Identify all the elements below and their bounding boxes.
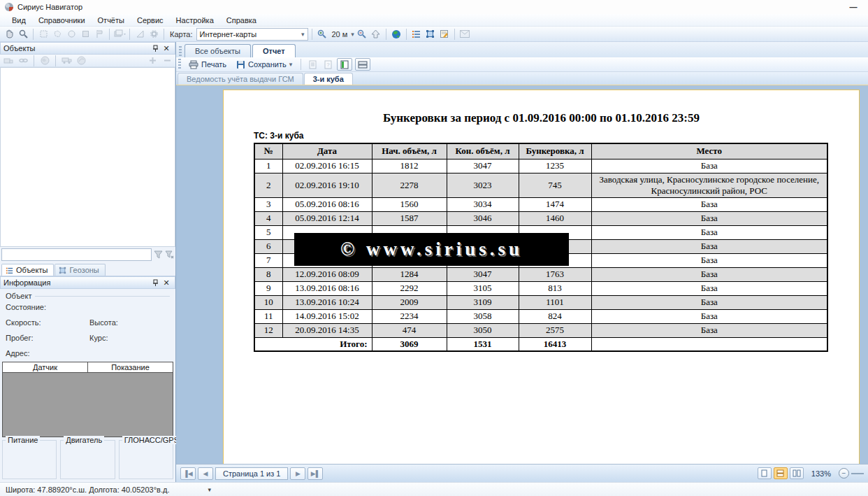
- tab-report[interactable]: Отчет: [252, 44, 296, 57]
- one-page-mode-button[interactable]: [758, 467, 772, 479]
- map-select[interactable]: Интернет-карты ▾: [196, 28, 308, 41]
- menu-item-2[interactable]: Отчёты: [92, 15, 131, 25]
- table-cell: 3: [254, 197, 282, 211]
- envelope-icon[interactable]: [458, 29, 471, 40]
- filter-input[interactable]: [1, 248, 152, 261]
- print-button-label: Печать: [201, 60, 226, 69]
- sensor-table-body[interactable]: [3, 373, 173, 437]
- zoom-slider[interactable]: [851, 473, 864, 474]
- globe-icon[interactable]: [390, 29, 403, 40]
- print-button[interactable]: Печать: [185, 59, 230, 70]
- menu-item-5[interactable]: Справка: [220, 15, 263, 25]
- track-icon[interactable]: [75, 55, 87, 66]
- gear-icon[interactable]: [147, 29, 160, 40]
- pin-icon[interactable]: [150, 278, 161, 288]
- menu-item-4[interactable]: Настройка: [170, 15, 220, 25]
- add-object-icon[interactable]: [2, 55, 15, 66]
- tab-geozones[interactable]: Геозоны: [55, 264, 105, 276]
- report-viewport[interactable]: Бункеровки за период с 01.09.2016 00:00 …: [176, 85, 868, 464]
- flag-icon[interactable]: [93, 29, 106, 40]
- zoom-in-icon[interactable]: [316, 29, 328, 40]
- close-icon[interactable]: ✕: [161, 278, 172, 288]
- single-page-view-button[interactable]: [337, 58, 352, 71]
- multi-page-mode-button[interactable]: [790, 467, 804, 479]
- clear-filter-icon[interactable]: [165, 250, 174, 259]
- select-polygon-icon[interactable]: [51, 29, 64, 40]
- grip-handle[interactable]: [178, 59, 181, 69]
- objects-tree[interactable]: [0, 67, 175, 247]
- next-page-button[interactable]: ▶: [290, 467, 305, 480]
- tab-all-objects[interactable]: Все объекты: [185, 44, 251, 57]
- table-cell: 3023: [447, 173, 519, 197]
- save-dropdown-icon[interactable]: ▾: [289, 61, 293, 68]
- geozone-icon[interactable]: [424, 29, 437, 40]
- statusbar-dropdown-icon[interactable]: ▾: [208, 486, 211, 493]
- save-button[interactable]: Сохранить ▾: [233, 59, 296, 70]
- table-cell: 3109: [447, 295, 519, 309]
- first-page-button[interactable]: ▐◀: [180, 467, 196, 480]
- expand-plus-icon[interactable]: [146, 55, 159, 66]
- pin-icon[interactable]: [150, 43, 161, 53]
- select-square-icon[interactable]: [79, 29, 92, 40]
- table-row: 913.09.2016 08:1622923105813База: [254, 281, 827, 295]
- table-cell: 3105: [447, 281, 519, 295]
- left-panel: Объекты ✕: [0, 42, 176, 482]
- link-objects-icon[interactable]: [17, 55, 29, 66]
- minimize-button[interactable]: —: [843, 3, 864, 11]
- app-icon: [4, 2, 14, 12]
- ruler-icon[interactable]: [133, 29, 146, 40]
- table-cell: 3047: [447, 159, 519, 173]
- home-arrow-icon[interactable]: [370, 29, 382, 40]
- zoom-select-icon[interactable]: [17, 29, 29, 40]
- state-label: Состояние:: [6, 303, 89, 311]
- vehicle-icon[interactable]: [60, 55, 73, 66]
- table-cell: 2292: [372, 281, 447, 295]
- page-setup-icon[interactable]: [306, 59, 319, 70]
- last-page-button[interactable]: ▶▌: [308, 467, 323, 480]
- list-icon[interactable]: [410, 29, 423, 40]
- filter-icon[interactable]: [154, 250, 163, 259]
- col-header-date: Дата: [282, 143, 372, 159]
- zoom-out-slider-button[interactable]: −: [839, 468, 849, 479]
- layers-icon[interactable]: [113, 29, 126, 40]
- table-cell: 6: [254, 239, 282, 253]
- collapse-minus-icon[interactable]: [161, 55, 173, 66]
- globe-gray-icon[interactable]: [38, 55, 51, 66]
- table-cell: 2009: [372, 295, 447, 309]
- edit-note-icon[interactable]: [438, 29, 451, 40]
- save-button-label: Сохранить: [248, 60, 287, 69]
- glonass-group-label: ГЛОНАСС/GPS: [122, 436, 181, 444]
- menu-item-0[interactable]: Вид: [6, 15, 32, 25]
- pan-hand-icon[interactable]: [3, 29, 15, 40]
- report-page: Бункеровки за период с 01.09.2016 00:00 …: [223, 90, 860, 464]
- table-cell: 2278: [372, 173, 447, 197]
- toolbar-separator: [55, 55, 56, 66]
- zoom-scale-caret-icon[interactable]: ▾: [351, 31, 354, 38]
- table-header-row: № Дата Нач. объём, л Кон. объём, л Бунке…: [254, 143, 827, 159]
- close-icon[interactable]: ✕: [161, 43, 172, 53]
- table-cell: 474: [372, 323, 447, 337]
- tab-fuel-sheet[interactable]: Ведомость учёта выдачи ГСМ: [178, 73, 303, 85]
- fit-width-mode-button[interactable]: [774, 467, 788, 479]
- menu-item-3[interactable]: Сервис: [131, 15, 170, 25]
- menu-item-1[interactable]: Справочники: [32, 15, 92, 25]
- continuous-view-button[interactable]: [355, 58, 370, 71]
- prev-page-button[interactable]: ◀: [198, 467, 213, 480]
- table-cell: База: [591, 159, 827, 173]
- main-area: Все объекты Отчет Печать Сохранить ▾ ?: [176, 42, 868, 482]
- table-cell: 1474: [519, 197, 591, 211]
- select-rect-icon[interactable]: [37, 29, 50, 40]
- table-cell: 1284: [372, 267, 447, 281]
- grip-handle[interactable]: [179, 46, 182, 56]
- tab-3i-kuba[interactable]: 3-и куба: [304, 73, 353, 85]
- table-cell: 2: [254, 173, 282, 197]
- table-cell: 3058: [447, 309, 519, 323]
- select-circle-icon[interactable]: [65, 29, 78, 40]
- zoom-out-icon[interactable]: [356, 29, 368, 40]
- help-icon[interactable]: ?: [321, 59, 334, 70]
- col-header-start-volume: Нач. объём, л: [372, 143, 447, 159]
- zoom-scale-value[interactable]: 20 м: [332, 30, 348, 38]
- power-group-label: Питание: [6, 436, 40, 444]
- table-cell: 3046: [447, 211, 519, 225]
- tab-objects[interactable]: Объекты: [1, 264, 54, 276]
